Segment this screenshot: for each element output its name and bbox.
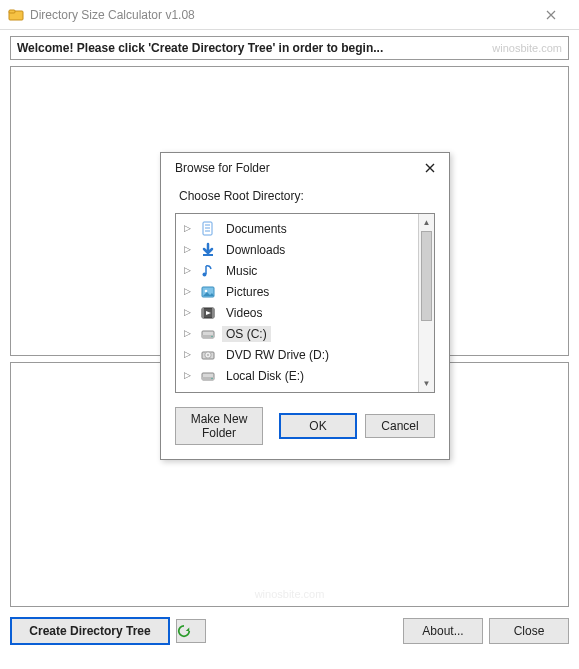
welcome-bar: Welcome! Please click 'Create Directory …	[10, 36, 569, 60]
tree-item[interactable]: ▷Pictures	[176, 281, 418, 302]
expander-icon[interactable]: ▷	[184, 329, 194, 338]
dvd-icon	[200, 347, 216, 363]
folder-icon	[8, 7, 24, 23]
tree-item-label: Local Disk (E:)	[222, 368, 308, 384]
tree-item-label: OS (C:)	[222, 326, 271, 342]
scroll-up-icon[interactable]: ▲	[419, 214, 434, 231]
about-button[interactable]: About...	[403, 618, 483, 644]
expander-icon[interactable]: ▷	[184, 266, 194, 275]
tree-item[interactable]: ▷DVD RW Drive (D:)	[176, 344, 418, 365]
tree-item[interactable]: ▷Music	[176, 260, 418, 281]
tree-item[interactable]: ▷Videos	[176, 302, 418, 323]
document-icon	[200, 221, 216, 237]
scrollbar[interactable]: ▲ ▼	[418, 214, 435, 392]
refresh-icon	[177, 624, 205, 638]
tree-item-label: Local Disk (F:)	[222, 389, 307, 393]
expander-icon[interactable]: ▷	[184, 371, 194, 380]
expander-icon[interactable]: ▷	[184, 245, 194, 254]
folder-tree: ▷Documents▷Downloads▷Music▷Pictures▷Vide…	[175, 213, 435, 393]
browse-folder-dialog: Browse for Folder Choose Root Directory:…	[160, 152, 450, 460]
ok-button[interactable]: OK	[279, 413, 357, 439]
close-button[interactable]: Close	[489, 618, 569, 644]
tree-item-label: Documents	[222, 221, 291, 237]
tree-item[interactable]: ▷OS (C:)	[176, 323, 418, 344]
tree-item[interactable]: ▷Local Disk (E:)	[176, 365, 418, 386]
bottom-toolbar: Create Directory Tree About... Close	[10, 617, 569, 645]
scroll-track[interactable]	[419, 231, 434, 375]
scroll-thumb[interactable]	[421, 231, 432, 321]
panel-watermark: winosbite.com	[11, 588, 568, 600]
expander-icon[interactable]: ▷	[184, 350, 194, 359]
watermark-text: winosbite.com	[492, 42, 562, 54]
expander-icon[interactable]: ▷	[184, 308, 194, 317]
videos-icon	[200, 305, 216, 321]
create-directory-tree-button[interactable]: Create Directory Tree	[10, 617, 170, 645]
refresh-button[interactable]	[176, 619, 206, 643]
drive-icon	[200, 368, 216, 384]
tree-item[interactable]: ▷Local Disk (F:)	[176, 386, 418, 392]
tree-item-label: Videos	[222, 305, 266, 321]
dialog-close-button[interactable]	[421, 163, 439, 173]
drive-icon	[200, 326, 216, 342]
pictures-icon	[200, 284, 216, 300]
expander-icon[interactable]: ▷	[184, 224, 194, 233]
cancel-button[interactable]: Cancel	[365, 414, 435, 438]
tree-item[interactable]: ▷Downloads	[176, 239, 418, 260]
dialog-titlebar: Browse for Folder	[161, 153, 449, 181]
window-title: Directory Size Calculator v1.08	[30, 8, 531, 22]
scroll-down-icon[interactable]: ▼	[419, 375, 434, 392]
tree-item-label: Pictures	[222, 284, 273, 300]
window-close-button[interactable]	[531, 0, 571, 30]
dialog-label: Choose Root Directory:	[175, 189, 435, 203]
tree-item-label: DVD RW Drive (D:)	[222, 347, 333, 363]
tree-item-label: Music	[222, 263, 261, 279]
download-icon	[200, 242, 216, 258]
titlebar: Directory Size Calculator v1.08	[0, 0, 579, 30]
music-icon	[200, 263, 216, 279]
welcome-message: Welcome! Please click 'Create Directory …	[17, 41, 492, 55]
drive-icon	[200, 389, 216, 393]
make-new-folder-button[interactable]: Make New Folder	[175, 407, 263, 445]
dialog-title: Browse for Folder	[175, 161, 421, 175]
tree-item[interactable]: ▷Documents	[176, 218, 418, 239]
tree-item-label: Downloads	[222, 242, 289, 258]
svg-rect-1	[9, 10, 15, 13]
expander-icon[interactable]: ▷	[184, 287, 194, 296]
